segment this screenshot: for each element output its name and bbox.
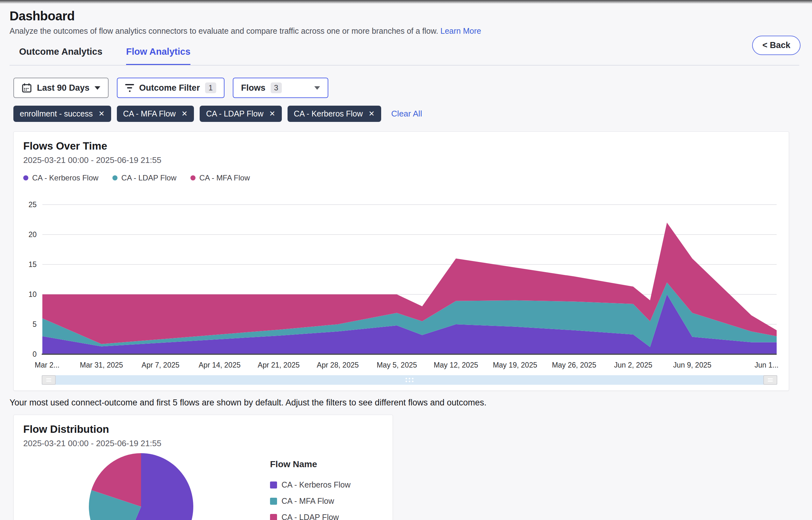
svg-text:May 19, 2025: May 19, 2025 <box>493 361 537 369</box>
svg-text:Apr 7, 2025: Apr 7, 2025 <box>142 361 180 369</box>
filter-chip[interactable]: CA - Kerberos Flow✕ <box>287 106 381 122</box>
chip-remove-icon[interactable]: ✕ <box>98 110 104 118</box>
tab-bar-divider <box>9 65 799 66</box>
svg-text:Apr 21, 2025: Apr 21, 2025 <box>258 361 300 369</box>
svg-text:Jun 9, 2025: Jun 9, 2025 <box>673 361 711 369</box>
area-chart-legend: CA - Kerberos FlowCA - LDAP FlowCA - MFA… <box>23 174 779 182</box>
svg-text:0: 0 <box>32 350 36 358</box>
pie-legend-label: CA - LDAP Flow <box>281 513 339 520</box>
legend-dot-icon <box>191 175 196 180</box>
legend-label: CA - Kerberos Flow <box>32 174 98 182</box>
legend-swatch-icon <box>270 482 277 489</box>
tab-flow-analytics[interactable]: Flow Analytics <box>126 47 191 66</box>
outcome-filter-button[interactable]: Outcome Filter 1 <box>117 78 225 98</box>
svg-text:5: 5 <box>32 320 36 329</box>
filter-icon <box>125 84 134 92</box>
svg-text:20: 20 <box>28 230 36 239</box>
svg-text:May 5, 2025: May 5, 2025 <box>377 361 417 369</box>
legend-label: CA - MFA Flow <box>199 174 250 182</box>
svg-text:Mar 2...: Mar 2... <box>35 361 59 369</box>
pie-legend-items: CA - Kerberos FlowCA - MFA FlowCA - LDAP… <box>270 480 351 520</box>
flows-over-time-card: Flows Over Time 2025-03-21 00:00 - 2025-… <box>14 131 789 391</box>
flow-distribution-content: Flow Name CA - Kerberos FlowCA - MFA Flo… <box>23 450 383 520</box>
svg-text:Apr 14, 2025: Apr 14, 2025 <box>199 361 241 369</box>
default-filters-note: Your most used connect-outcome and first… <box>9 398 812 408</box>
flow-distribution-date-range: 2025-03-21 00:00 - 2025-06-19 21:55 <box>23 439 383 448</box>
scrollbar-grip-dots[interactable] <box>406 378 414 382</box>
flow-distribution-card: Flow Distribution 2025-03-21 00:00 - 202… <box>14 415 393 520</box>
x-axis-range-scrollbar[interactable] <box>42 375 777 385</box>
filter-chip-label: CA - MFA Flow <box>123 109 176 119</box>
area-chart: 0510152025Mar 2...Mar 31, 2025Apr 7, 202… <box>23 182 780 373</box>
learn-more-link[interactable]: Learn More <box>440 26 481 35</box>
pie-chart <box>87 451 195 520</box>
scrollbar-right-handle[interactable] <box>763 375 777 385</box>
flows-over-time-title: Flows Over Time <box>23 140 779 152</box>
pie-legend-label: CA - MFA Flow <box>281 496 334 506</box>
flows-filter-button[interactable]: Flows 3 <box>233 78 328 98</box>
flows-over-time-date-range: 2025-03-21 00:00 - 2025-06-19 21:55 <box>23 155 779 165</box>
filter-chip[interactable]: CA - LDAP Flow✕ <box>200 106 281 122</box>
pie-legend-label: CA - Kerberos Flow <box>281 480 351 490</box>
tab-bar: Outcome Analytics Flow Analytics <box>0 47 812 66</box>
page-description: Analyze the outcomes of flow analytics c… <box>9 26 812 36</box>
caret-down-icon <box>314 86 320 90</box>
legend-dot-icon <box>23 175 28 180</box>
outcome-filter-label: Outcome Filter <box>139 83 200 93</box>
flows-label: Flows <box>241 83 265 93</box>
filter-chip[interactable]: CA - MFA Flow✕ <box>117 106 194 122</box>
top-edge-shadow <box>0 0 812 4</box>
pie-legend-item: CA - LDAP Flow <box>270 513 351 520</box>
svg-text:Jun 1...: Jun 1... <box>755 361 779 369</box>
svg-text:Mar 31, 2025: Mar 31, 2025 <box>80 361 123 369</box>
flow-distribution-title: Flow Distribution <box>23 423 383 435</box>
pie-legend-title: Flow Name <box>270 459 351 469</box>
svg-text:May 26, 2025: May 26, 2025 <box>552 361 596 369</box>
date-range-filter-button[interactable]: Last 90 Days <box>14 78 108 98</box>
svg-text:Jun 2, 2025: Jun 2, 2025 <box>614 361 652 369</box>
outcome-filter-count-badge: 1 <box>205 82 216 93</box>
clear-all-link[interactable]: Clear All <box>391 109 422 119</box>
pie-legend-item: CA - MFA Flow <box>270 496 351 506</box>
legend-swatch-icon <box>270 498 277 505</box>
pie-legend: Flow Name CA - Kerberos FlowCA - MFA Flo… <box>270 459 351 520</box>
filter-toolbar: Last 90 Days Outcome Filter 1 Flows 3 <box>14 78 812 98</box>
caret-down-icon <box>95 86 100 90</box>
chip-remove-icon[interactable]: ✕ <box>369 110 375 118</box>
legend-dot-icon <box>112 175 118 180</box>
chip-remove-icon[interactable]: ✕ <box>181 110 187 118</box>
legend-label: CA - LDAP Flow <box>121 174 176 182</box>
tab-outcome-analytics[interactable]: Outcome Analytics <box>19 47 103 64</box>
legend-swatch-icon <box>270 514 277 520</box>
filter-chip-label: enrollment - success <box>20 109 93 119</box>
legend-item: CA - Kerberos Flow <box>23 174 98 182</box>
chip-remove-icon[interactable]: ✕ <box>269 110 275 118</box>
filter-chip-label: CA - LDAP Flow <box>206 109 263 119</box>
filter-chip-label: CA - Kerberos Flow <box>294 109 363 119</box>
active-filter-chips: enrollment - success✕CA - MFA Flow✕CA - … <box>14 106 812 122</box>
page-header: Dashboard Analyze the outcomes of flow a… <box>0 4 812 36</box>
svg-text:25: 25 <box>28 201 36 209</box>
svg-text:Apr 28, 2025: Apr 28, 2025 <box>317 361 359 369</box>
pie-chart-wrap <box>87 451 195 520</box>
calendar-icon <box>22 83 32 93</box>
svg-text:10: 10 <box>28 290 36 298</box>
flows-count-badge: 3 <box>271 82 282 93</box>
scrollbar-left-handle[interactable] <box>42 375 56 385</box>
pie-legend-item: CA - Kerberos Flow <box>270 480 351 490</box>
date-range-label: Last 90 Days <box>37 83 90 93</box>
legend-item: CA - MFA Flow <box>191 174 250 182</box>
filter-chip[interactable]: enrollment - success✕ <box>14 106 111 122</box>
page-title: Dashboard <box>9 9 812 23</box>
page-description-text: Analyze the outcomes of flow analytics c… <box>9 26 438 35</box>
svg-text:15: 15 <box>28 260 36 268</box>
legend-item: CA - LDAP Flow <box>112 174 176 182</box>
svg-text:May 12, 2025: May 12, 2025 <box>434 361 478 369</box>
